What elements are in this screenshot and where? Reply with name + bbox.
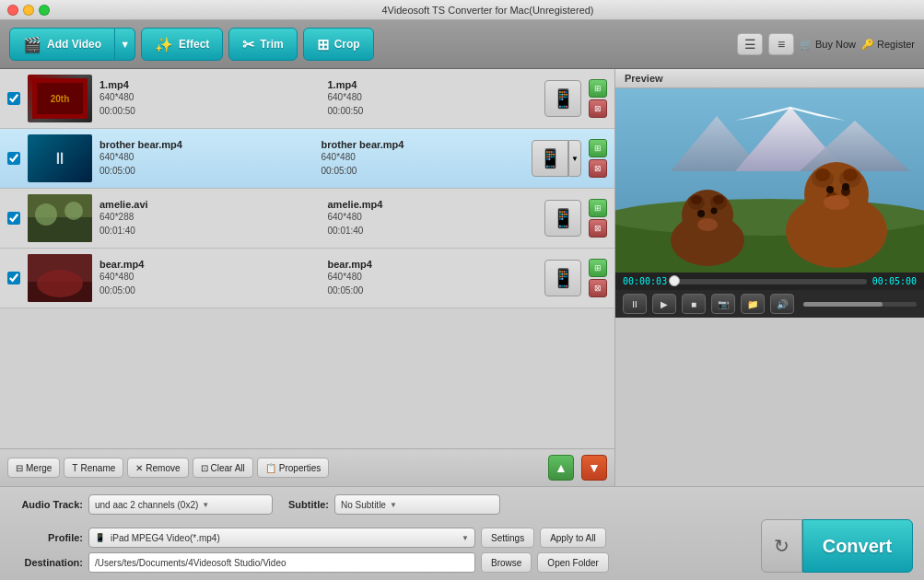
svg-point-34 xyxy=(697,218,718,231)
preview-progress-bar[interactable] xyxy=(673,279,867,284)
file-checkbox-0[interactable] xyxy=(7,92,20,105)
svg-point-6 xyxy=(64,202,83,220)
file-out-info-0: 1.mp4 640*48000:00:50 xyxy=(328,79,538,118)
close-button[interactable] xyxy=(7,5,18,16)
apply-to-all-button[interactable]: Apply to All xyxy=(540,528,605,548)
file-info-group-3: bear.mp4 640*48000:05:00 bear.mp4 640*48… xyxy=(99,259,537,297)
file-action-down-1[interactable]: ⊠ xyxy=(589,159,607,178)
file-thumb-1: ⏸ xyxy=(28,134,92,182)
subtitle-select[interactable]: No Subtitle ▼ xyxy=(334,494,500,515)
trim-button[interactable]: ✂ Trim xyxy=(228,28,297,61)
play-button[interactable]: ▶ xyxy=(652,294,676,314)
file-action-up-3[interactable]: ⊞ xyxy=(589,259,607,277)
settings-button[interactable]: Settings xyxy=(481,528,534,548)
file-meta-1: 640*48000:05:00 xyxy=(99,150,303,178)
remove-icon: ✕ xyxy=(135,463,143,473)
volume-bar[interactable] xyxy=(803,302,917,307)
preview-current-time: 00:00:03 xyxy=(623,276,667,286)
list-view-button[interactable]: ☰ xyxy=(737,33,763,55)
minimize-button[interactable] xyxy=(23,5,34,16)
file-action-down-3[interactable]: ⊠ xyxy=(589,279,607,297)
folder-button[interactable]: 📁 xyxy=(741,294,765,314)
destination-input[interactable] xyxy=(88,552,475,573)
svg-point-27 xyxy=(842,183,849,191)
profile-select[interactable]: 📱 iPad MPEG4 Video(*.mp4) ▼ xyxy=(88,528,475,548)
file-actions-0: ⊞ ⊠ xyxy=(589,79,607,118)
progress-thumb xyxy=(669,275,680,286)
subtitle-arrow: ▼ xyxy=(390,501,397,509)
file-item-2[interactable]: amelie.avi 640*28800:01:40 amelie.mp4 64… xyxy=(0,189,614,249)
profile-arrow: ▼ xyxy=(462,534,469,542)
svg-point-21 xyxy=(815,168,830,181)
file-out-name-2: amelie.mp4 xyxy=(328,199,538,210)
device-icon-1[interactable]: 📱 xyxy=(532,140,568,177)
file-checkbox-3[interactable] xyxy=(7,272,20,284)
audio-track-arrow: ▼ xyxy=(202,501,209,509)
trim-icon: ✂ xyxy=(242,36,254,53)
file-action-up-1[interactable]: ⊞ xyxy=(589,139,607,157)
detail-view-button[interactable]: ≡ xyxy=(768,33,794,55)
file-item-0[interactable]: 20th 1.mp4 640*48000:00:50 1.mp4 640*480… xyxy=(0,69,614,129)
device-icon-3[interactable]: 📱 xyxy=(544,260,581,296)
svg-point-25 xyxy=(824,195,849,210)
convert-button[interactable]: Convert xyxy=(802,519,913,573)
rename-button[interactable]: T Rename xyxy=(64,458,123,478)
effect-icon: ✨ xyxy=(155,36,173,53)
device-dropdown-1[interactable]: ▼ xyxy=(568,140,581,177)
bottom-row: Profile: 📱 iPad MPEG4 Video(*.mp4) ▼ Set… xyxy=(9,519,915,573)
device-icon-0[interactable]: 📱 xyxy=(544,80,581,117)
svg-text:20th: 20th xyxy=(51,94,70,104)
file-actions-1: ⊞ ⊠ xyxy=(589,139,607,178)
file-checkbox-1[interactable] xyxy=(7,152,20,165)
browse-button[interactable]: Browse xyxy=(481,552,532,573)
file-out-info-3: bear.mp4 640*48000:05:00 xyxy=(328,259,538,297)
properties-button[interactable]: 📋 Properties xyxy=(257,458,330,478)
add-video-button[interactable]: 🎬 Add Video xyxy=(9,28,115,61)
file-actions-3: ⊞ ⊠ xyxy=(589,259,607,297)
file-src-info-1: brother bear.mp4 640*48000:05:00 xyxy=(99,139,303,178)
register-button[interactable]: 🔑 Register xyxy=(861,39,915,51)
svg-point-29 xyxy=(682,190,733,241)
preview-header: Preview xyxy=(615,69,924,88)
preview-spacer xyxy=(615,318,924,486)
volume-fill xyxy=(803,302,883,307)
move-down-button[interactable]: ▼ xyxy=(581,455,607,481)
add-video-dropdown[interactable]: ▼ xyxy=(115,28,135,61)
file-item-3[interactable]: bear.mp4 640*48000:05:00 bear.mp4 640*48… xyxy=(0,249,614,308)
volume-button[interactable]: 🔊 xyxy=(770,294,794,314)
effect-button[interactable]: ✨ Effect xyxy=(141,28,223,61)
clear-all-button[interactable]: ⊡ Clear All xyxy=(193,458,253,478)
remove-button[interactable]: ✕ Remove xyxy=(127,458,188,478)
file-out-name-3: bear.mp4 xyxy=(328,259,538,270)
file-item-1[interactable]: ⏸ brother bear.mp4 640*48000:05:00 broth… xyxy=(0,129,614,189)
playing-icon: ⏸ xyxy=(52,149,68,168)
file-checkbox-2[interactable] xyxy=(7,212,20,225)
file-action-up-2[interactable]: ⊞ xyxy=(589,199,607,217)
device-icon-2[interactable]: 📱 xyxy=(544,200,581,237)
action-bar: ⊟ Merge T Rename ✕ Remove ⊡ Clear All 📋 xyxy=(0,448,614,486)
toolbar: 🎬 Add Video ▼ ✨ Effect ✂ Trim ⊞ Crop ☰ ≡… xyxy=(0,20,924,69)
pause-button[interactable]: ⏸ xyxy=(623,294,647,314)
file-action-down-0[interactable]: ⊠ xyxy=(589,99,607,118)
move-up-button[interactable]: ▲ xyxy=(548,455,574,481)
destination-label: Destination: xyxy=(9,557,83,568)
maximize-button[interactable] xyxy=(39,5,50,16)
stop-button[interactable]: ■ xyxy=(682,294,706,314)
file-action-down-2[interactable]: ⊠ xyxy=(589,219,607,238)
open-folder-button[interactable]: Open Folder xyxy=(537,552,609,573)
crop-button[interactable]: ⊞ Crop xyxy=(303,28,374,61)
snapshot-button[interactable]: 📷 xyxy=(711,294,735,314)
buy-now-button[interactable]: 🛒 Buy Now xyxy=(800,39,856,51)
profile-row: Profile: 📱 iPad MPEG4 Video(*.mp4) ▼ Set… xyxy=(9,528,758,548)
file-out-info-2: amelie.mp4 640*48000:01:40 xyxy=(328,199,538,238)
refresh-button[interactable]: ↻ xyxy=(761,519,802,573)
file-name-0: 1.mp4 xyxy=(99,79,310,90)
merge-button[interactable]: ⊟ Merge xyxy=(7,458,60,478)
preview-video xyxy=(615,88,924,273)
file-out-name-1: brother bear.mp4 xyxy=(322,139,525,150)
audio-track-select[interactable]: und aac 2 channels (0x2) ▼ xyxy=(88,494,273,515)
svg-point-35 xyxy=(697,210,705,217)
preview-time-bar: 00:00:03 00:05:00 xyxy=(615,273,924,290)
file-action-up-0[interactable]: ⊞ xyxy=(589,79,607,98)
file-thumb-3 xyxy=(28,254,92,302)
